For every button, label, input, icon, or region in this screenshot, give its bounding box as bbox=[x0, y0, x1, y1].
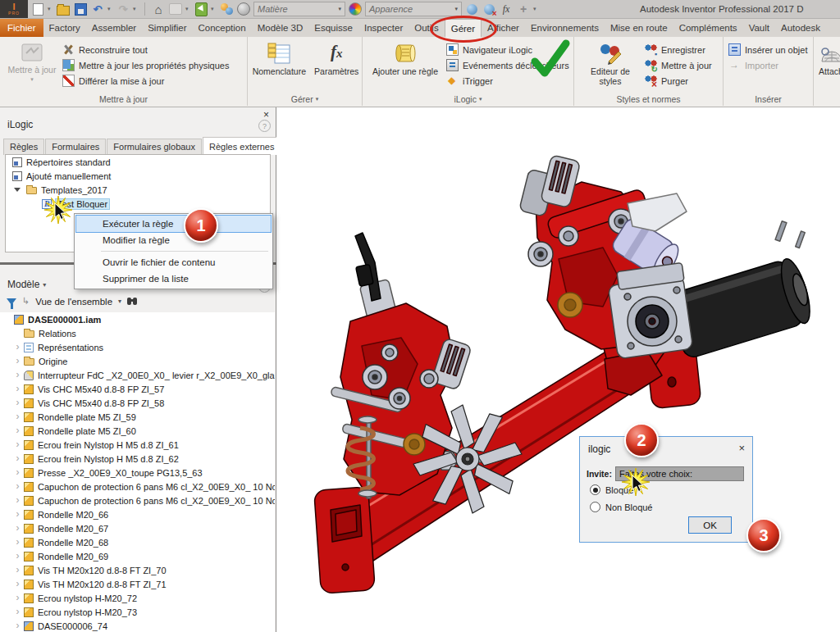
invite-field[interactable]: Faites votre choix: bbox=[615, 466, 744, 481]
style-editor-button[interactable]: Editeur de styles bbox=[579, 40, 641, 86]
expand-chevron-icon[interactable]: › bbox=[13, 382, 22, 396]
ilogic-panel-tab[interactable]: Règles externes bbox=[203, 137, 281, 155]
ribbon-small-button[interactable]: Différer la mise à jour bbox=[62, 73, 229, 89]
inventor-logo[interactable]: I PRO bbox=[0, 0, 28, 18]
ribbon-small-button[interactable]: Purger bbox=[645, 73, 712, 89]
expand-chevron-icon[interactable]: › bbox=[13, 368, 22, 382]
expand-chevron-icon[interactable]: › bbox=[13, 354, 22, 368]
expand-chevron-icon[interactable]: › bbox=[13, 410, 22, 424]
ribbon-small-button[interactable]: Mettre à jour les propriétés physiques bbox=[62, 57, 229, 73]
context-menu-item[interactable]: Exécuter la règle bbox=[76, 216, 271, 232]
add-quick-access-icon[interactable]: + bbox=[516, 2, 531, 16]
expand-chevron-icon[interactable]: › bbox=[13, 493, 22, 507]
filter-icon[interactable] bbox=[7, 298, 16, 305]
select-tool-button[interactable] bbox=[194, 2, 208, 16]
expand-chevron-icon[interactable]: › bbox=[13, 424, 22, 438]
radio-blocked-icon[interactable] bbox=[590, 484, 600, 495]
external-rule-row[interactable]: Ajouté manuellement bbox=[6, 169, 270, 183]
quick-access-caret[interactable]: ▾ bbox=[533, 6, 539, 12]
model-tree-row[interactable]: › Vis TH M20x120 d.8-8 FT ZI_70 bbox=[0, 563, 275, 577]
select-caret[interactable]: ▾ bbox=[211, 6, 217, 12]
open-button[interactable] bbox=[56, 2, 71, 16]
external-rule-row[interactable]: Test Bloquer bbox=[6, 197, 270, 211]
bom-button[interactable]: Nomenclature bbox=[253, 40, 306, 76]
view-selector[interactable]: Vue de l'ensemble bbox=[35, 297, 112, 307]
model-tree-row[interactable]: › Ecrou frein Nylstop H M5 d.8 ZI_62 bbox=[0, 452, 275, 466]
new-document-button[interactable] bbox=[30, 2, 45, 16]
model-tree[interactable]: DASE000001.iam Relations › Représentatio… bbox=[0, 312, 275, 632]
appearance-dropdown[interactable]: Apparence▾ bbox=[365, 2, 462, 16]
model-tree-row[interactable]: › Rondelle plate M5 ZI_60 bbox=[0, 424, 275, 438]
ribbon-small-button[interactable]: Insérer un objet bbox=[728, 42, 807, 57]
expand-chevron-icon[interactable]: › bbox=[13, 549, 22, 563]
expand-caret-icon[interactable] bbox=[14, 188, 21, 192]
model-tree-row[interactable]: › Origine bbox=[0, 354, 275, 368]
model-tree-row[interactable]: › Rondelle M20_67 bbox=[0, 521, 275, 535]
model-panel-title[interactable]: Modèle▾ bbox=[7, 279, 46, 290]
model-tree-row[interactable]: › Vis TH M20x120 d.8-8 FT ZI_71 bbox=[0, 577, 275, 591]
ribbon-tab[interactable]: Conception bbox=[192, 19, 251, 37]
model-tree-row[interactable]: › Rondelle M20_66 bbox=[0, 507, 275, 521]
expand-chevron-icon[interactable]: › bbox=[13, 605, 22, 619]
color-wheel-icon[interactable] bbox=[348, 2, 363, 16]
update-big-button[interactable]: Mettre à jour ▾ bbox=[5, 40, 59, 83]
expand-chevron-icon[interactable]: › bbox=[13, 438, 22, 452]
undo-caret[interactable]: ▾ bbox=[107, 6, 113, 12]
ribbon-tab[interactable]: Vault bbox=[743, 19, 775, 37]
add-rule-button[interactable]: Ajouter une règle bbox=[368, 40, 443, 76]
ribbon-tab[interactable]: Inspecter bbox=[358, 19, 409, 37]
ribbon-tab[interactable]: Simplifier bbox=[142, 19, 192, 37]
save-button[interactable] bbox=[73, 2, 88, 16]
model-tree-row[interactable]: › Interrupteur FdC _X2_00E0_X0_ levier r… bbox=[0, 368, 275, 382]
model-tree-row[interactable]: › Capuchon de protection 6 pans M6 cl_X2… bbox=[0, 480, 275, 493]
context-menu-item[interactable]: Ouvrir le fichier de contenu bbox=[76, 254, 271, 271]
radio-unblocked-option[interactable]: Non Bloqué bbox=[590, 502, 653, 512]
ilogic-panel-tab[interactable]: Formulaires globaux bbox=[107, 139, 202, 155]
model-tree-row[interactable]: › Presse _X2_00E9_X0_toupe PG13,5_63 bbox=[0, 466, 275, 480]
context-menu-item[interactable]: Supprimer de la liste bbox=[76, 271, 271, 287]
ribbon-tab[interactable]: Mise en route bbox=[605, 19, 673, 37]
ilogic-panel-help-icon[interactable]: ? bbox=[258, 120, 271, 132]
ribbon-tab[interactable]: Esquisse bbox=[308, 19, 358, 37]
context-menu-item[interactable]: Modifier la règle bbox=[76, 232, 271, 248]
expand-chevron-icon[interactable]: › bbox=[13, 396, 22, 410]
ribbon-tab[interactable]: Gérer bbox=[445, 19, 482, 37]
ilogic-panel-close-icon[interactable]: × bbox=[263, 110, 269, 120]
expand-chevron-icon[interactable]: › bbox=[13, 480, 22, 493]
3d-viewport[interactable] bbox=[276, 107, 840, 632]
clear-appearance-icon[interactable] bbox=[482, 2, 496, 16]
parameters-button[interactable]: fx Paramètres bbox=[314, 40, 358, 76]
model-tree-row[interactable]: › DASE000006_74 bbox=[0, 619, 275, 632]
home-view-button[interactable]: ⌂ bbox=[151, 2, 166, 16]
ribbon-tab[interactable]: Outils bbox=[409, 19, 444, 37]
expand-chevron-icon[interactable]: › bbox=[13, 577, 22, 591]
model-tree-row[interactable]: › Rondelle M20_68 bbox=[0, 535, 275, 549]
ribbon-tab[interactable]: Assembler bbox=[86, 19, 142, 37]
expand-chevron-icon[interactable]: › bbox=[13, 619, 22, 632]
expand-chevron-icon[interactable]: › bbox=[13, 563, 22, 577]
dialog-close-icon[interactable]: × bbox=[738, 442, 745, 454]
ribbon-small-button[interactable]: Enregistrer bbox=[645, 42, 712, 57]
model-tree-row[interactable]: DASE000001.iam bbox=[0, 312, 275, 326]
model-tree-row[interactable]: › Rondelle plate M5 ZI_59 bbox=[0, 410, 275, 424]
ok-button[interactable]: OK bbox=[688, 516, 732, 534]
redo-caret[interactable]: ▾ bbox=[133, 6, 139, 12]
model-tree-row[interactable]: › Représentations bbox=[0, 340, 275, 354]
expand-chevron-icon[interactable]: › bbox=[13, 507, 22, 521]
view-selector-caret[interactable]: ▾ bbox=[118, 298, 121, 305]
ribbon-tab[interactable]: Fichier bbox=[0, 19, 43, 37]
radio-unblocked-icon[interactable] bbox=[590, 502, 600, 512]
render-caret[interactable]: ▾ bbox=[185, 6, 191, 12]
model-tree-row[interactable]: › Ecrou nylstop H-M20_72 bbox=[0, 591, 275, 605]
globe-icon[interactable] bbox=[236, 2, 251, 16]
model-tree-row[interactable]: › Ecrou frein Nylstop H M5 d.8 ZI_61 bbox=[0, 438, 275, 452]
model-tree-row[interactable]: › Capuchon de protection 6 pans M6 cl_X2… bbox=[0, 493, 275, 507]
expand-chevron-icon[interactable]: › bbox=[13, 521, 22, 535]
model-tree-row[interactable]: › Vis CHC M5x40 d.8-8 FP ZI_58 bbox=[0, 396, 275, 410]
attach-button[interactable]: Attach bbox=[819, 40, 840, 76]
expand-chevron-icon[interactable]: › bbox=[13, 452, 22, 466]
context-menu-item[interactable] bbox=[101, 251, 268, 252]
ribbon-tab[interactable]: Environnements bbox=[525, 19, 605, 37]
undo-button[interactable]: ↶ bbox=[90, 2, 105, 16]
model-tree-row[interactable]: › Rondelle M20_69 bbox=[0, 549, 275, 563]
